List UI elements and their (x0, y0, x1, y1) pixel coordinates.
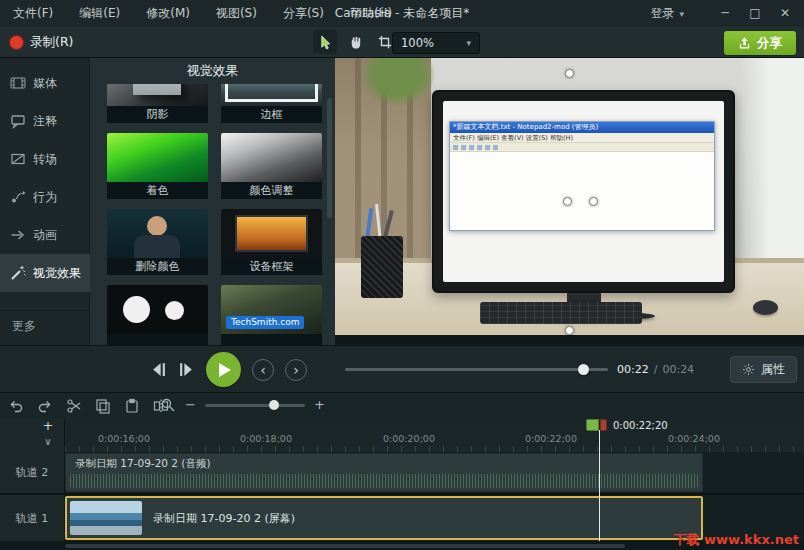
effect-thumbnail (221, 209, 322, 258)
timeline-ruler[interactable]: 0:00:16;00 0:00:18;00 0:00:20;00 0:00:22… (0, 418, 804, 452)
select-tool-button[interactable] (313, 30, 337, 54)
sidebar-item-annotations[interactable]: 注释 (0, 102, 90, 140)
effect-thumbnail (107, 133, 208, 182)
record-button[interactable]: 录制(R) (10, 31, 73, 54)
horizontal-scrollbar[interactable] (65, 544, 625, 548)
selection-handle-bottom[interactable] (565, 326, 574, 335)
seek-bar[interactable] (345, 368, 608, 371)
audio-clip[interactable]: 录制日期 17-09-20 2 (音频) (65, 453, 703, 492)
current-time: 00:22 (617, 363, 649, 376)
zoom-in-button[interactable]: + (314, 397, 325, 413)
next-frame-button[interactable] (178, 361, 195, 378)
track-2-header[interactable]: 轨道 2 (0, 452, 65, 493)
playhead-out-handle[interactable] (600, 419, 607, 431)
effect-shadow[interactable]: 阴影 (107, 84, 208, 123)
audio-waveform (70, 474, 698, 488)
pan-tool-button[interactable] (343, 30, 367, 54)
sidebar-item-label: 媒体 (33, 75, 57, 92)
main-toolbar: 录制(R) 100% ▾ 分享 (0, 27, 804, 58)
track-1-header[interactable]: 轨道 1 (0, 495, 65, 541)
maximize-button[interactable]: □ (740, 0, 770, 27)
effect-thumbnail (221, 84, 322, 106)
ruler-label: 0:00:16;00 (98, 433, 150, 444)
selection-handle-center-right[interactable] (589, 197, 598, 206)
minimize-button[interactable]: ─ (710, 0, 740, 27)
collapse-tracks-button[interactable]: ∨ (40, 434, 56, 450)
play-icon (219, 363, 231, 377)
sidebar-item-visual-effects[interactable]: 视觉效果 (0, 254, 90, 292)
timeline-zoom-controls: − + (160, 397, 325, 413)
keyboard (480, 302, 642, 324)
playhead-in-handle[interactable] (586, 419, 599, 431)
effect-remove-color[interactable]: 删除颜色 (107, 209, 208, 275)
effect-clock[interactable] (107, 285, 208, 345)
notepad-toolbar (450, 143, 714, 152)
sidebar-item-media[interactable]: 媒体 (0, 64, 90, 102)
canvas-zoom-dropdown[interactable]: 100% ▾ (392, 32, 480, 54)
share-button[interactable]: 分享 (724, 31, 796, 55)
effect-label: 边框 (221, 106, 322, 123)
time-display: 00:22 / 00:24 (617, 363, 694, 376)
effect-border[interactable]: 边框 (221, 84, 322, 123)
paste-button[interactable] (124, 398, 140, 414)
notepad-window: *新疆文本文档.txt - Notepad2-mod (管理员) 文件(F) 编… (449, 121, 715, 231)
camtasia-window: 文件(F) 编辑(E) 修改(M) 视图(S) 分享(S) 帮助(H) Camt… (0, 0, 804, 550)
magnifier-icon (160, 397, 176, 413)
playhead[interactable] (599, 430, 600, 541)
clip-thumbnail (70, 501, 142, 535)
sidebar-item-behaviors[interactable]: 行为 (0, 178, 90, 216)
menu-modify[interactable]: 修改(M) (133, 0, 203, 27)
seek-handle[interactable] (578, 364, 589, 375)
previous-frame-button[interactable] (150, 361, 167, 378)
next-clip-button[interactable]: › (285, 359, 307, 381)
sidebar-item-label: 动画 (33, 227, 57, 244)
effect-lower-third[interactable]: TechSmith.com (221, 285, 322, 345)
close-button[interactable]: ✕ (770, 0, 800, 27)
track-2-lane[interactable]: 录制日期 17-09-20 2 (音频) (65, 452, 804, 493)
visual-effects-panel: 视觉效果 阴影 边框 着色 颜色调整 (90, 58, 335, 345)
menu-file[interactable]: 文件(F) (0, 0, 66, 27)
menu-help[interactable]: 帮助(H) (337, 0, 405, 27)
undo-button[interactable] (8, 398, 24, 414)
effect-label: 阴影 (107, 106, 208, 123)
redo-button[interactable] (37, 398, 53, 414)
play-button[interactable] (206, 352, 241, 387)
effect-label (107, 334, 208, 345)
preview-canvas[interactable]: *新疆文本文档.txt - Notepad2-mod (管理员) 文件(F) 编… (335, 58, 804, 345)
login-menu[interactable]: 登录 ▾ (650, 5, 684, 22)
record-label: 录制(R) (30, 34, 73, 51)
copy-button[interactable] (95, 398, 111, 414)
total-time: 00:24 (662, 363, 694, 376)
menu-share[interactable]: 分享(S) (270, 0, 337, 27)
plant-background (361, 58, 435, 106)
effects-scroll-area[interactable]: 阴影 边框 着色 颜色调整 删除颜色 (90, 84, 335, 345)
timeline-zoom-slider[interactable] (205, 404, 305, 407)
effect-device-frame[interactable]: 设备框架 (221, 209, 322, 275)
ruler-label: 0:00:22;00 (525, 433, 577, 444)
panel-scrollbar[interactable] (327, 98, 332, 218)
sidebar-item-animations[interactable]: 动画 (0, 216, 90, 254)
sidebar-item-label: 视觉效果 (33, 265, 81, 282)
effect-label: 设备框架 (221, 258, 322, 275)
effect-colorize[interactable]: 着色 (107, 133, 208, 199)
menu-view[interactable]: 视图(S) (203, 0, 270, 27)
sidebar-item-more[interactable]: 更多 (0, 310, 90, 340)
menu-edit[interactable]: 编辑(E) (66, 0, 133, 27)
add-track-button[interactable]: + (40, 418, 56, 434)
track-2-row: 轨道 2 录制日期 17-09-20 2 (音频) (0, 452, 804, 493)
film-icon (10, 75, 26, 91)
cut-button[interactable] (66, 398, 82, 414)
sidebar-item-transitions[interactable]: 转场 (0, 140, 90, 178)
selection-handle-top[interactable] (565, 69, 574, 78)
previous-clip-button[interactable]: ‹ (252, 359, 274, 381)
pen-cup (361, 236, 403, 298)
magic-wand-icon (10, 265, 26, 281)
properties-button[interactable]: 属性 (730, 356, 797, 383)
chevron-down-icon: ▾ (466, 38, 471, 48)
site-watermark: 下载 www.kkx.net (673, 531, 799, 549)
zoom-slider-handle[interactable] (269, 400, 279, 410)
zoom-out-button[interactable]: − (185, 397, 196, 413)
selection-handle-center-left[interactable] (563, 197, 572, 206)
screen-clip-selected[interactable]: 录制日期 17-09-20 2 (屏幕) (65, 496, 703, 540)
effect-color-adjust[interactable]: 颜色调整 (221, 133, 322, 199)
